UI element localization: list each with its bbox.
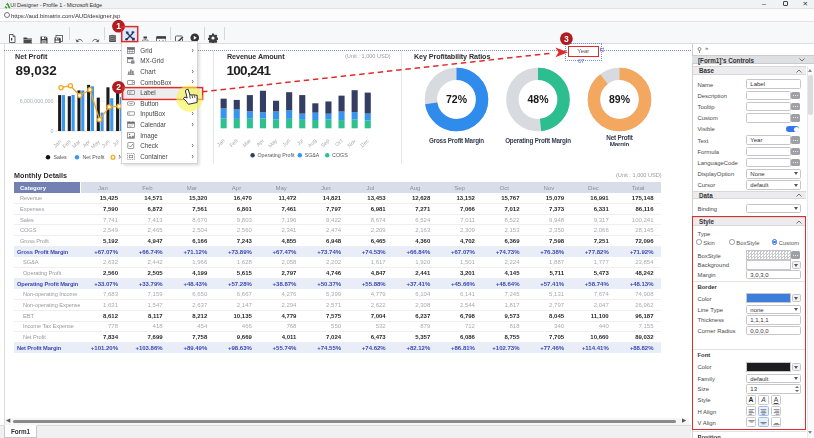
svg-text:2: 2 [116, 82, 121, 92]
svg-text:3: 3 [564, 34, 569, 44]
svg-text:1: 1 [116, 21, 121, 31]
